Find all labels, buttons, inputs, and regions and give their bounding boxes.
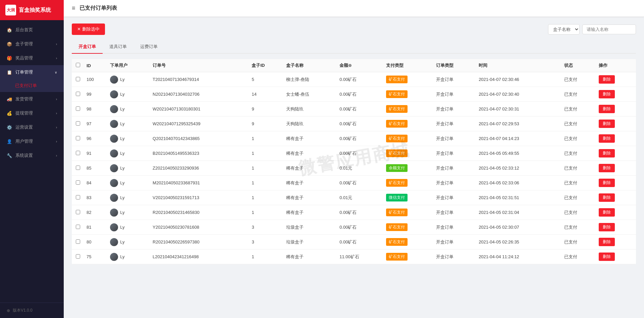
row-checkbox[interactable]: [76, 92, 80, 96]
cell-user: Ly: [107, 176, 150, 190]
cell-time: 2021-04-05 02:31:04: [476, 205, 561, 220]
tab-open-order[interactable]: 开盒订单: [72, 40, 103, 54]
col-time: 时间: [476, 59, 561, 72]
delete-row-button[interactable]: 删除: [599, 90, 615, 98]
cell-order-type: 开盒订单: [433, 176, 476, 190]
row-checkbox[interactable]: [76, 136, 80, 140]
sidebar-item-order-manage[interactable]: 📋 订单管理 ∨: [0, 65, 64, 79]
row-checkbox[interactable]: [76, 210, 80, 214]
sidebar-item-ship-manage[interactable]: 🚚 发货管理 ›: [0, 92, 64, 106]
row-checkbox[interactable]: [76, 195, 80, 199]
row-checkbox[interactable]: [76, 180, 80, 185]
delete-row-button[interactable]: 删除: [599, 179, 615, 187]
cell-box-id: 1: [249, 176, 283, 190]
delete-row-button[interactable]: 删除: [599, 164, 615, 172]
cell-user: Ly: [107, 72, 150, 87]
row-checkbox[interactable]: [76, 239, 80, 244]
row-checkbox[interactable]: [76, 254, 80, 259]
cell-status: 已支付: [561, 146, 596, 161]
cell-pay-type: 矿石支付: [383, 205, 433, 220]
cell-order-no: Z202104050233290936: [150, 161, 249, 176]
sidebar-item-box-manage[interactable]: 📦 盒子管理 ›: [0, 37, 64, 51]
cell-order-no: V202104050231591713: [150, 190, 249, 205]
delete-row-button[interactable]: 删除: [599, 253, 615, 261]
cell-user: Ly: [107, 249, 150, 264]
cell-id: 98: [84, 102, 107, 117]
sidebar-item-user-manage[interactable]: 👤 用户管理 ›: [0, 134, 64, 148]
cell-user: Ly: [107, 235, 150, 249]
cell-box-id: 14: [249, 87, 283, 102]
box-name-filter-input[interactable]: [582, 25, 636, 34]
cell-pay-type: 矿石支付: [383, 176, 433, 190]
cell-box-name: 稀有盒子: [283, 249, 337, 264]
pay-type-badge: 矿石支付: [386, 120, 408, 128]
delete-row-button[interactable]: 删除: [599, 208, 615, 217]
sidebar-sub-item-paid-orders[interactable]: 已支付订单: [0, 79, 64, 92]
sidebar-item-dashboard[interactable]: 🏠 后台首页: [0, 23, 64, 37]
cell-amount: 0.01元: [337, 190, 383, 205]
table-row: 75 Ly L202104042341216498 1 稀有盒子 11.00矿石…: [72, 249, 636, 264]
delete-row-button[interactable]: 删除: [599, 193, 615, 202]
cell-id: 99: [84, 87, 107, 102]
username: Ly: [120, 106, 124, 111]
cell-order-type: 开盒订单: [433, 146, 476, 161]
cell-action: 删除: [596, 220, 636, 235]
sidebar-item-sys-settings[interactable]: 🔧 系统设置 ›: [0, 148, 64, 163]
sidebar-item-prize-manage[interactable]: 🎁 奖品管理 ›: [0, 51, 64, 65]
cell-status: 已支付: [561, 190, 596, 205]
sub-item-label: 已支付订单: [15, 83, 37, 88]
delete-row-button[interactable]: 删除: [599, 149, 615, 157]
row-checkbox[interactable]: [76, 166, 80, 170]
sidebar-item-label: 订单管理: [15, 69, 33, 75]
table-row: 99 Ly N202104071304032706 14 女士蟠-叁伍 0.00…: [72, 87, 636, 102]
table-row: 98 Ly W202104071303180301 9 天狗陆玖 0.00矿石 …: [72, 102, 636, 117]
cell-box-name: 稀有盒子: [283, 131, 337, 146]
username: Ly: [120, 239, 124, 244]
row-checkbox[interactable]: [76, 106, 80, 111]
cell-action: 删除: [596, 176, 636, 190]
delete-row-button[interactable]: 删除: [599, 223, 615, 231]
username: Ly: [120, 210, 124, 215]
delete-row-button[interactable]: 删除: [599, 238, 615, 246]
cell-time: 2021-04-07 02:30:31: [476, 102, 561, 117]
cell-user: Ly: [107, 146, 150, 161]
cell-id: 75: [84, 249, 107, 264]
row-checkbox[interactable]: [76, 151, 80, 155]
delete-row-button[interactable]: 删除: [599, 105, 615, 113]
cell-box-id: 9: [249, 117, 283, 131]
sidebar-item-withdraw[interactable]: 💰 提现管理 ›: [0, 106, 64, 120]
cell-order-no: Y202104050230781608: [150, 220, 249, 235]
select-all-checkbox[interactable]: [76, 63, 80, 67]
sidebar-item-label: 奖品管理: [15, 55, 33, 61]
box-icon: 📦: [7, 42, 12, 47]
tab-props-order[interactable]: 道具订单: [103, 40, 133, 54]
avatar: [110, 209, 118, 217]
menu-toggle-icon[interactable]: ≡: [72, 5, 75, 12]
row-checkbox[interactable]: [76, 77, 80, 81]
cell-action: 删除: [596, 161, 636, 176]
delete-row-button[interactable]: 删除: [599, 120, 615, 128]
cell-amount: 0.00矿石: [337, 72, 383, 87]
cell-id: 96: [84, 131, 107, 146]
chevron-right-icon: ›: [56, 42, 57, 46]
username: Ly: [120, 92, 124, 97]
pay-type-badge: 矿石支付: [386, 76, 408, 83]
delete-row-button[interactable]: 删除: [599, 75, 615, 84]
sidebar-item-ops-settings[interactable]: ⚙️ 运营设置 ›: [0, 120, 64, 134]
row-checkbox[interactable]: [76, 225, 80, 229]
cell-user: Ly: [107, 220, 150, 235]
box-name-filter-select[interactable]: 盒子名称: [548, 24, 580, 35]
pay-type-badge: 矿石支付: [386, 209, 408, 216]
username: Ly: [120, 254, 124, 259]
tab-ship-order[interactable]: 运费订单: [133, 40, 164, 54]
row-checkbox[interactable]: [76, 121, 80, 126]
cell-order-type: 开盒订单: [433, 249, 476, 264]
cell-action: 删除: [596, 235, 636, 249]
chevron-down-icon: ∨: [55, 71, 57, 74]
cell-box-name: 稀有盒子: [283, 161, 337, 176]
delete-row-button[interactable]: 删除: [599, 134, 615, 143]
delete-selected-button[interactable]: ✕ 删除选中: [72, 24, 105, 35]
row-checkbox-cell: [72, 117, 84, 131]
table-row: 83 Ly V202104050231591713 1 稀有盒子 0.01元 微…: [72, 190, 636, 205]
cell-user: Ly: [107, 131, 150, 146]
